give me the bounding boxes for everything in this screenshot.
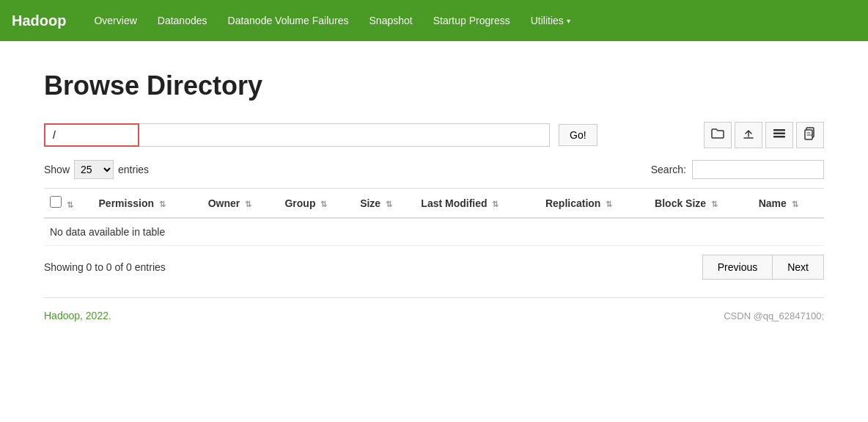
th-last-modified[interactable]: Last Modified ⇅ [415, 189, 540, 219]
th-owner-label: Owner [208, 197, 240, 209]
nav-snapshot[interactable]: Snapshot [359, 0, 423, 41]
select-all-checkbox[interactable] [50, 196, 62, 208]
pagination-buttons: Previous Next [702, 255, 824, 280]
main-content: Browse Directory Go! [0, 41, 868, 336]
path-short-input[interactable] [44, 123, 139, 147]
sort-icon-checkbox: ⇅ [67, 200, 73, 209]
th-block-size[interactable]: Block Size ⇅ [649, 189, 753, 219]
th-last-modified-label: Last Modified [421, 197, 487, 209]
th-replication[interactable]: Replication ⇅ [540, 189, 649, 219]
show-entries: Show 10 25 50 100 entries [44, 160, 149, 179]
nav-overview[interactable]: Overview [84, 0, 147, 41]
th-block-size-label: Block Size [655, 197, 706, 209]
search-box: Search: [651, 160, 824, 179]
upload-button[interactable] [735, 122, 762, 148]
th-size[interactable]: Size ⇅ [354, 189, 415, 219]
nav-datanodes[interactable]: Datanodes [147, 0, 218, 41]
th-permission[interactable]: Permission ⇅ [93, 189, 202, 219]
no-data-row: No data available in table [44, 218, 824, 246]
navbar: Hadoop Overview Datanodes Datanode Volum… [0, 0, 868, 41]
th-checkbox: ⇅ [44, 189, 93, 219]
th-name-label: Name [759, 197, 787, 209]
th-size-label: Size [360, 197, 380, 209]
nav-utilities[interactable]: Utilities ▾ [521, 0, 581, 41]
th-owner[interactable]: Owner ⇅ [202, 189, 279, 219]
show-label: Show [44, 164, 70, 175]
folder-icon [711, 128, 724, 142]
svg-rect-0 [773, 129, 785, 131]
entries-select[interactable]: 10 25 50 100 [74, 160, 114, 179]
list-button[interactable] [765, 122, 793, 148]
data-table: ⇅ Permission ⇅ Owner ⇅ Group ⇅ Size ⇅ [44, 188, 824, 246]
sort-icon-permission: ⇅ [159, 200, 166, 208]
nav-datanode-volume-failures[interactable]: Datanode Volume Failures [218, 0, 359, 41]
nav-startup-progress[interactable]: Startup Progress [423, 0, 521, 41]
path-full-input[interactable] [139, 123, 550, 147]
navbar-items: Overview Datanodes Datanode Volume Failu… [84, 0, 580, 41]
previous-button[interactable]: Previous [702, 255, 772, 280]
list-icon [773, 128, 786, 142]
utilities-chevron-icon: ▾ [567, 17, 570, 25]
navbar-brand[interactable]: Hadoop [12, 12, 66, 29]
footer-left: Hadoop, 2022. [44, 310, 111, 321]
search-label: Search: [651, 164, 686, 175]
svg-rect-2 [773, 136, 785, 138]
table-header-row: ⇅ Permission ⇅ Owner ⇅ Group ⇅ Size ⇅ [44, 189, 824, 219]
sort-icon-name: ⇅ [792, 200, 798, 208]
paste-button[interactable] [796, 122, 824, 148]
sort-icon-block-size: ⇅ [711, 200, 718, 208]
action-buttons [704, 122, 824, 148]
search-input[interactable] [692, 160, 824, 179]
th-name[interactable]: Name ⇅ [753, 189, 824, 219]
th-replication-label: Replication [545, 197, 600, 209]
entries-label: entries [118, 164, 149, 175]
page-title: Browse Directory [44, 70, 824, 101]
th-permission-label: Permission [99, 197, 154, 209]
table-controls: Show 10 25 50 100 entries Search: [44, 160, 824, 179]
upload-icon [742, 127, 755, 143]
footer: Hadoop, 2022. CSDN @qq_62847100; [44, 297, 824, 321]
no-data-message: No data available in table [44, 218, 824, 246]
th-group-label: Group [284, 197, 315, 209]
next-button[interactable]: Next [772, 255, 824, 280]
sort-icon-last-modified: ⇅ [492, 200, 499, 208]
folder-button[interactable] [704, 122, 732, 148]
paste-icon [803, 127, 817, 143]
path-bar: Go! [44, 122, 824, 148]
go-button[interactable]: Go! [559, 124, 597, 146]
footer-right: CSDN @qq_62847100; [724, 310, 824, 321]
pagination-bar: Showing 0 to 0 of 0 entries Previous Nex… [44, 255, 824, 280]
sort-icon-owner: ⇅ [245, 200, 251, 208]
showing-text: Showing 0 to 0 of 0 entries [44, 261, 166, 273]
sort-icon-group: ⇅ [320, 200, 327, 208]
path-input-wrapper [44, 123, 550, 147]
th-group[interactable]: Group ⇅ [279, 189, 354, 219]
svg-rect-1 [773, 133, 785, 135]
sort-icon-replication: ⇅ [606, 200, 612, 208]
sort-icon-size: ⇅ [386, 200, 392, 208]
